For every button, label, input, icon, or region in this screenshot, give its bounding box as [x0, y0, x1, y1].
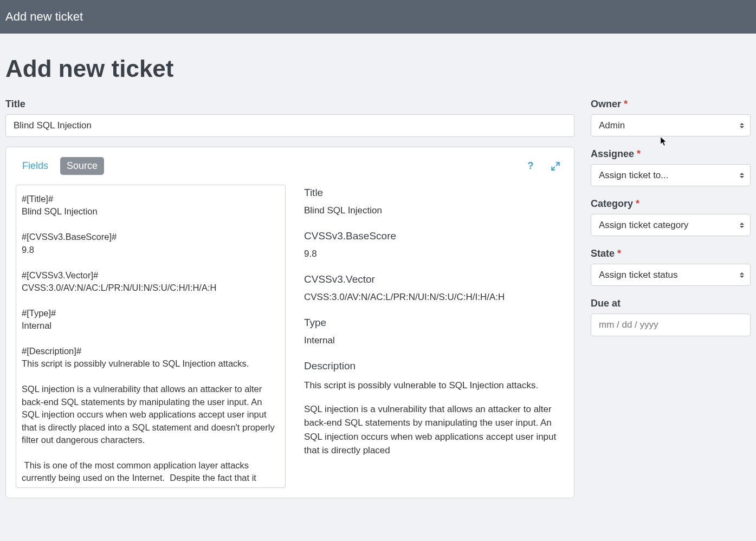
preview-title-label: Title [304, 187, 562, 199]
owner-select[interactable]: Admin [591, 114, 751, 136]
required-mark: * [636, 198, 639, 209]
preview-type-label: Type [304, 317, 562, 329]
owner-label: Owner * [591, 99, 751, 110]
editor-toolbar-icons: ? [525, 161, 564, 172]
help-icon[interactable]: ? [525, 161, 536, 172]
category-label: Category * [591, 198, 751, 210]
preview-vector-label: CVSSv3.Vector [304, 273, 562, 285]
assignee-label: Assignee * [591, 148, 751, 160]
preview-description: This script is possibly vulnerable to SQ… [304, 379, 562, 458]
source-editor[interactable]: #[Title]# Blind SQL Injection #[CVSSv3.B… [16, 185, 286, 488]
main-column: Title Fields Source ? [5, 99, 574, 498]
title-input[interactable] [5, 114, 574, 137]
editor-toolbar: Fields Source ? [16, 157, 564, 175]
preview-basescore-value: 9.8 [304, 249, 562, 259]
page-content: Add new ticket Title Fields Source ? [0, 34, 756, 520]
required-mark: * [624, 99, 628, 109]
top-bar: Add new ticket [0, 0, 756, 34]
preview-vector-value: CVSS:3.0/AV:N/AC:L/PR:N/UI:N/S:U/C:H/I:H… [304, 292, 562, 303]
sidebar-column: Owner * Admin Assignee * Assign ticket t… [591, 99, 751, 348]
required-mark: * [637, 148, 641, 159]
category-select[interactable]: Assign ticket category [591, 214, 751, 236]
assignee-select[interactable]: Assign ticket to... [591, 164, 751, 186]
dueat-input[interactable] [591, 314, 751, 336]
tab-fields[interactable]: Fields [16, 157, 55, 175]
editor-tabs: Fields Source [16, 157, 104, 175]
dueat-label: Due at [591, 298, 751, 309]
tab-source[interactable]: Source [60, 157, 104, 175]
state-select[interactable]: Assign ticket status [591, 264, 751, 286]
required-mark: * [617, 248, 621, 259]
preview-description-p1: This script is possibly vulnerable to SQ… [304, 379, 562, 393]
preview-type-value: Internal [304, 335, 562, 346]
state-label: State * [591, 248, 751, 259]
preview-title-value: Blind SQL Injection [304, 205, 562, 216]
editor-body: #[Title]# Blind SQL Injection #[CVSSv3.B… [16, 185, 564, 488]
preview-description-label: Description [304, 360, 562, 372]
preview-description-p2: SQL injection is a vulnerability that al… [304, 402, 562, 458]
title-label: Title [5, 99, 574, 110]
preview-basescore-label: CVSSv3.BaseScore [304, 230, 562, 242]
preview-pane: Title Blind SQL Injection CVSSv3.BaseSco… [302, 185, 564, 488]
page-heading: Add new ticket [5, 55, 751, 82]
top-bar-title: Add new ticket [5, 10, 83, 23]
editor-card: Fields Source ? [5, 147, 574, 498]
expand-icon[interactable] [550, 161, 561, 172]
